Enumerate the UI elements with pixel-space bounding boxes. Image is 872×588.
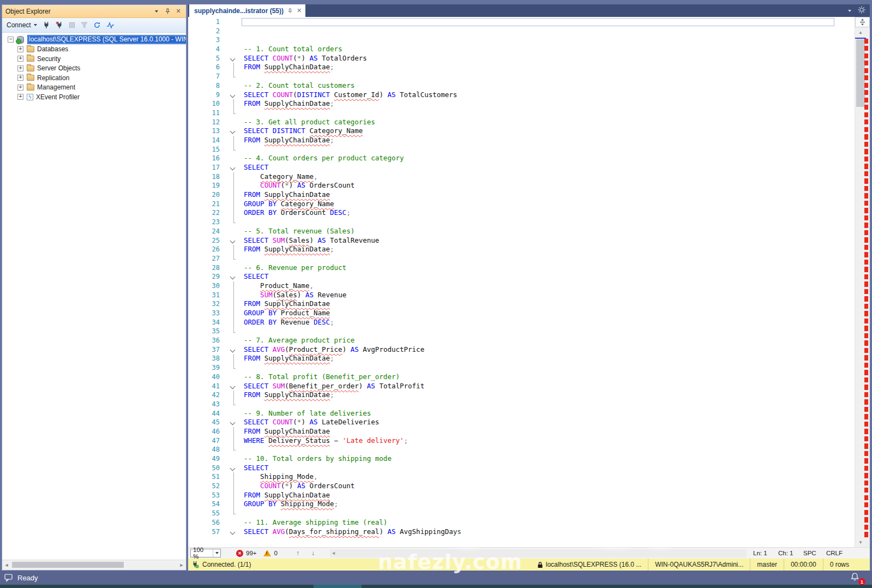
code-line[interactable]: 22ORDER BY OrdersCount DESC;: [188, 208, 855, 218]
code-line[interactable]: 18 Category_Name,: [188, 172, 855, 182]
code-line[interactable]: 51 Shipping_Mode,: [188, 472, 855, 482]
code-line[interactable]: 47WHERE Delivery_Status = 'Late delivery…: [188, 436, 855, 446]
sidebar-item-server-root[interactable]: − localhost\SQLEXPRESS (SQL Server 16.0.…: [2, 35, 186, 45]
code-line[interactable]: 36-- 7. Average product price: [188, 336, 855, 345]
code-line[interactable]: 14FROM SupplyChainDatae;: [188, 136, 855, 145]
server-segment[interactable]: localhost\SQLEXPRESS (16.0 ...: [531, 559, 648, 571]
fold-collapse-icon[interactable]: [227, 91, 242, 100]
fold-collapse-icon[interactable]: [227, 464, 242, 473]
fold-collapse-icon[interactable]: [227, 382, 242, 391]
code-line[interactable]: 55: [188, 509, 855, 518]
code-area[interactable]: 1234-- 1. Count total orders5SELECT COUN…: [188, 17, 855, 547]
code-line[interactable]: 57SELECT AVG(Days_for_shipping_real) AS …: [188, 527, 855, 537]
connect-button[interactable]: Connect: [7, 21, 37, 29]
code-line[interactable]: 12-- 3. Get all product categories: [188, 118, 855, 127]
user-segment[interactable]: WIN-0QAUKAS5RJ7\Admini...: [648, 559, 750, 571]
splitter-handle[interactable]: [855, 17, 870, 27]
code-line[interactable]: 25SELECT SUM(Sales) AS TotalRevenue: [188, 236, 855, 245]
code-line[interactable]: 3: [188, 35, 855, 45]
code-line[interactable]: 28-- 6. Revenue per product: [188, 263, 855, 273]
code-line[interactable]: 7: [188, 72, 855, 81]
code-line[interactable]: 50SELECT: [188, 464, 855, 473]
gear-icon[interactable]: [858, 6, 865, 16]
code-line[interactable]: 6FROM SupplyChainDatae;: [188, 63, 855, 72]
code-line[interactable]: 30 Product_Name,: [188, 281, 855, 291]
fold-collapse-icon[interactable]: [227, 345, 242, 355]
code-line[interactable]: 52 COUNT(*) AS OrdersCount: [188, 482, 855, 491]
sidebar-item-databases[interactable]: +Databases: [2, 45, 186, 55]
fold-collapse-icon[interactable]: [227, 272, 242, 281]
expand-icon[interactable]: +: [17, 75, 23, 81]
connect-plug-icon[interactable]: [43, 21, 50, 29]
code-line[interactable]: 38FROM SupplyChainDatae;: [188, 354, 855, 363]
fold-collapse-icon[interactable]: [227, 54, 242, 63]
query-tab[interactable]: supplychainde...istrator (55)) ✕: [189, 4, 305, 17]
code-line[interactable]: 24-- 5. Total revenue (Sales): [188, 227, 855, 236]
next-error-icon[interactable]: ↓: [311, 549, 315, 557]
code-line[interactable]: 41SELECT SUM(Benefit_per_order) AS Total…: [188, 382, 855, 391]
code-line[interactable]: 16-- 4. Count orders per product categor…: [188, 154, 855, 163]
code-line[interactable]: 15: [188, 145, 855, 154]
sidebar-item-xevent-profiler[interactable]: +ϟXEvent Profiler: [2, 92, 186, 102]
scroll-left-icon[interactable]: ◄: [331, 549, 336, 557]
expand-icon[interactable]: +: [17, 46, 23, 52]
tab-close-icon[interactable]: ✕: [297, 7, 302, 14]
editor-hscrollbar[interactable]: ◄: [330, 549, 747, 557]
code-line[interactable]: 32FROM SupplyChainDatae: [188, 299, 855, 309]
error-summary[interactable]: ✕ 99+: [236, 550, 257, 557]
refresh-icon[interactable]: [93, 21, 101, 29]
code-line[interactable]: 21GROUP BY Category_Name: [188, 200, 855, 209]
prev-error-icon[interactable]: ↑: [296, 549, 299, 557]
code-line[interactable]: 56-- 11. Average shipping time (real): [188, 518, 855, 527]
code-line[interactable]: 27: [188, 254, 855, 263]
code-line[interactable]: 17SELECT: [188, 163, 855, 172]
database-segment[interactable]: master: [750, 559, 784, 571]
code-line[interactable]: 2: [188, 27, 855, 36]
expand-icon[interactable]: +: [17, 85, 23, 91]
code-line[interactable]: 40-- 8. Total profit (Benefit_per_order): [188, 373, 855, 382]
code-line[interactable]: 44-- 9. Number of late deliveries: [188, 409, 855, 418]
code-line[interactable]: 20FROM SupplyChainDatae: [188, 190, 855, 200]
close-icon[interactable]: ✕: [174, 7, 183, 16]
expand-icon[interactable]: +: [17, 56, 23, 62]
tab-pin-icon[interactable]: [287, 8, 293, 14]
code-line[interactable]: 45SELECT COUNT(*) AS LateDeliveries: [188, 418, 855, 427]
code-line[interactable]: 35: [188, 327, 855, 336]
scrollbar-thumb[interactable]: [12, 562, 124, 568]
notifications-button[interactable]: 1: [850, 572, 862, 584]
code-line[interactable]: 31 SUM(Sales) AS Revenue: [188, 291, 855, 300]
code-line[interactable]: 53FROM SupplyChainDatae: [188, 491, 855, 500]
expand-icon[interactable]: +: [17, 65, 23, 71]
fold-collapse-icon[interactable]: [227, 527, 242, 537]
code-line[interactable]: 9SELECT COUNT(DISTINCT Customer_Id) AS T…: [188, 91, 855, 100]
vscrollbar-thumb[interactable]: [856, 39, 865, 107]
code-line[interactable]: 43: [188, 400, 855, 409]
code-line[interactable]: 5SELECT COUNT(*) AS TotalOrders: [188, 54, 855, 63]
collapse-icon[interactable]: −: [8, 37, 14, 43]
scroll-left-icon[interactable]: ◄: [2, 560, 11, 570]
warning-icon[interactable]: [263, 550, 271, 556]
editor-vscrollbar[interactable]: ▲ ▼: [855, 17, 870, 547]
window-position-icon[interactable]: [152, 7, 161, 16]
code-line[interactable]: 42FROM SupplyChainDatae;: [188, 391, 855, 400]
scroll-down-icon[interactable]: ▼: [855, 538, 866, 546]
code-line[interactable]: 34ORDER BY Revenue DESC;: [188, 318, 855, 327]
scroll-up-icon[interactable]: ▲: [855, 28, 866, 36]
object-explorer-hscrollbar[interactable]: ◄ ►: [2, 560, 186, 570]
code-line[interactable]: 29SELECT: [188, 272, 855, 281]
expand-icon[interactable]: +: [17, 94, 23, 100]
code-line[interactable]: 19 COUNT(*) AS OrdersCount: [188, 181, 855, 190]
tab-list-chevron-icon[interactable]: [848, 10, 851, 12]
code-line[interactable]: 39: [188, 363, 855, 373]
fold-collapse-icon[interactable]: [227, 163, 242, 172]
scroll-right-icon[interactable]: ►: [177, 560, 186, 570]
code-line[interactable]: 37SELECT AVG(Product_Price) AS AvgProduc…: [188, 345, 855, 355]
code-line[interactable]: 49-- 10. Total orders by shipping mode: [188, 454, 855, 464]
activity-monitor-icon[interactable]: [106, 22, 115, 29]
code-line[interactable]: 13SELECT DISTINCT Category_Name: [188, 127, 855, 136]
code-line[interactable]: 26FROM SupplyChainDatae;: [188, 245, 855, 254]
fold-collapse-icon[interactable]: [227, 418, 242, 427]
pin-icon[interactable]: [163, 7, 172, 16]
sidebar-item-server-objects[interactable]: +Server Objects: [2, 64, 186, 74]
code-line[interactable]: 10FROM SupplyChainDatae;: [188, 99, 855, 109]
